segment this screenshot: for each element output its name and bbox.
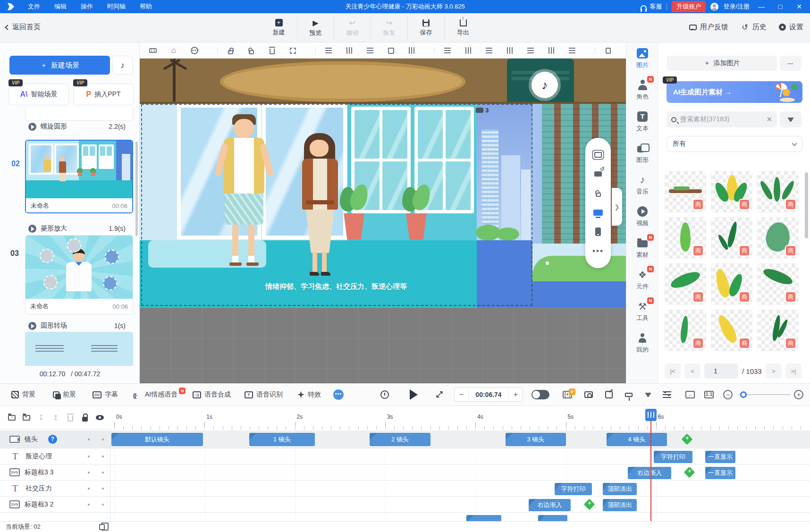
category-dropdown[interactable]: 所有 — [667, 136, 802, 152]
unlock-icon[interactable] — [247, 46, 255, 55]
asr-button[interactable]: T语音识别 — [245, 384, 283, 405]
flip-icon[interactable] — [568, 46, 576, 55]
format-brush-button[interactable] — [625, 384, 633, 405]
canvas-workspace[interactable]: 情绪抑郁、学习焦虑、社交压力、叛逆心理等 3 ♪ ••• ❯ — [140, 59, 626, 383]
more-icon[interactable]: ⋯ — [190, 46, 199, 55]
fullscreen-button[interactable]: ⤢ — [436, 384, 443, 405]
asset-tile-yellow-green-pair[interactable]: 商 — [711, 263, 752, 305]
track-options[interactable] — [81, 472, 110, 473]
duplicate-scene-icon[interactable] — [99, 524, 105, 530]
scene-card-02[interactable]: 未命名 00:06 — [25, 140, 133, 213]
zoom-out-button[interactable]: − — [723, 384, 733, 405]
sidebar-item-mine[interactable]: 我的 — [626, 327, 658, 359]
sidebar-item-image[interactable]: 图片 — [626, 42, 658, 74]
timeline-lane[interactable] — [0, 513, 810, 522]
timeline-lane[interactable] — [0, 481, 810, 497]
align-bottom-icon[interactable] — [443, 46, 452, 55]
menu-item[interactable]: 帮助 — [133, 0, 159, 13]
annotate-button[interactable] — [605, 384, 613, 405]
timeline-clip[interactable]: 默认镜头 — [111, 433, 203, 446]
sidebar-item-widget[interactable]: ❖ N 元件 — [626, 264, 658, 296]
sidebar-item-music[interactable]: ♪ 音乐 — [626, 169, 658, 201]
rotate-screen-icon[interactable] — [593, 169, 603, 179]
first-page-button[interactable]: |< — [665, 363, 681, 379]
character-woman[interactable] — [310, 140, 329, 157]
phone-view-icon[interactable] — [593, 227, 603, 237]
asset-search-input[interactable]: 搜索素材(37183) ✕ — [667, 111, 777, 127]
sidebar-item-material[interactable]: N 素材 — [626, 232, 658, 264]
timeline-clip[interactable]: 顶部淡出 — [603, 499, 637, 511]
character-man[interactable] — [234, 119, 254, 138]
prev-page-button[interactable]: < — [684, 363, 700, 379]
zoom-in-button[interactable]: + — [794, 384, 803, 405]
asset-scrollbar[interactable] — [805, 172, 808, 238]
sidebar-item-video[interactable]: 视频 — [626, 201, 658, 232]
timeline-clip[interactable]: 一直显示 — [705, 467, 735, 479]
filter-button[interactable] — [780, 111, 802, 127]
scene-music-fab[interactable]: ♪ — [532, 72, 558, 98]
page-input[interactable]: 1 — [704, 363, 738, 379]
new-scene-button[interactable]: ＋新建场景 — [9, 56, 110, 75]
login-button[interactable]: 登录/注册 — [723, 2, 750, 11]
timeline-clip[interactable]: 顶部淡出 — [603, 483, 637, 495]
sidebar-item-tool[interactable]: ⚒ N 工具 — [626, 296, 658, 327]
snapshot-button[interactable] — [584, 384, 593, 405]
scene-panel-scrollbar[interactable] — [135, 142, 138, 236]
asset-tile-stick[interactable]: 商 — [665, 171, 706, 212]
background-button[interactable]: 背景 — [11, 384, 35, 405]
snap-icon[interactable] — [547, 46, 556, 55]
keyframe-button[interactable]: [+]V — [563, 384, 572, 405]
transition-item[interactable]: 圆形转场 1(s) — [28, 321, 132, 330]
expand-panel-handle[interactable]: ❯ — [612, 188, 622, 226]
timeline-clip[interactable]: 一直显示 — [705, 451, 735, 463]
asset-tile-leaf-cluster[interactable]: 商 — [711, 171, 752, 212]
ai-generate-banner[interactable]: AI生成图片素材 → — [667, 81, 802, 103]
sidebar-item-character[interactable]: N 角色 — [626, 74, 658, 106]
insert-ppt-button[interactable]: P插入PPT — [73, 84, 134, 105]
sidebar-item-shape[interactable]: 图形 — [626, 137, 658, 169]
minimize-button[interactable]: — — [754, 3, 768, 10]
sidebar-item-text[interactable]: T 文本 — [626, 106, 658, 137]
undo-button[interactable]: ↩撤销 — [334, 16, 371, 40]
track-titlebox-3-2[interactable]: SVG标题框3 2 — [0, 497, 110, 513]
current-time[interactable]: 00:06.74 — [469, 391, 508, 398]
distribute-h-icon[interactable] — [464, 46, 472, 55]
track-options[interactable] — [81, 439, 110, 440]
shape-icon[interactable]: ⌂ — [169, 46, 178, 55]
asset-tile-round-leaf[interactable]: 商 — [757, 217, 799, 259]
customer-service-button[interactable]: 客服 — [641, 2, 662, 11]
slider-knob[interactable] — [740, 391, 747, 398]
asset-tile-small-blade[interactable]: 商 — [665, 310, 706, 351]
timeline-zoom-slider[interactable] — [738, 384, 790, 405]
align-left-icon[interactable] — [324, 46, 333, 55]
menu-item[interactable]: 文件 — [21, 0, 47, 13]
last-page-button[interactable]: >| — [785, 363, 802, 379]
timeline-clip[interactable]: 右边渐入 — [529, 499, 571, 511]
timeline-clip[interactable]: 2 镜头 — [370, 433, 430, 446]
transition-item[interactable]: 螺旋圆形 2.2(s) — [28, 122, 132, 131]
fit-timeline-button[interactable]: ↔ — [685, 384, 695, 405]
replay-button[interactable] — [380, 384, 389, 405]
move-up-icon[interactable]: ↥ — [51, 414, 60, 422]
next-page-button[interactable]: > — [766, 363, 782, 379]
subtitle-button[interactable]: CC字幕 — [93, 384, 118, 405]
stage-caption[interactable]: 情绪抑郁、学习焦虑、社交压力、叛逆心理等 — [140, 282, 532, 291]
move-down-icon[interactable]: ↧ — [37, 414, 45, 422]
more-icon[interactable]: ••• — [593, 246, 603, 256]
add-image-button[interactable]: ＋添加图片 — [667, 56, 777, 71]
upgrade-account-button[interactable]: 升级账户 — [672, 1, 706, 12]
delete-icon[interactable] — [268, 46, 276, 55]
stage[interactable]: 情绪抑郁、学习焦虑、社交压力、叛逆心理等 3 ♪ ••• ❯ — [140, 59, 626, 308]
scene-card-partial[interactable] — [25, 108, 133, 121]
save-button[interactable]: 保存 — [408, 16, 445, 40]
asset-tile-light-leaf[interactable]: 商 — [665, 217, 706, 259]
asset-tile-two-blades[interactable]: 商 — [757, 310, 799, 351]
asset-tile-dark-blades[interactable]: 商 — [711, 217, 752, 259]
track-options[interactable] — [81, 488, 110, 490]
smart-scene-button[interactable]: A\智能场景 — [8, 84, 69, 105]
track-text-social-pressure[interactable]: T社交压力 — [0, 481, 110, 497]
track-options[interactable] — [81, 504, 110, 506]
timeline-clip[interactable]: 1 镜头 — [249, 433, 315, 446]
maximize-button[interactable]: □ — [773, 3, 787, 10]
ai-voice-button[interactable]: AI情感语音 N — [133, 384, 186, 405]
